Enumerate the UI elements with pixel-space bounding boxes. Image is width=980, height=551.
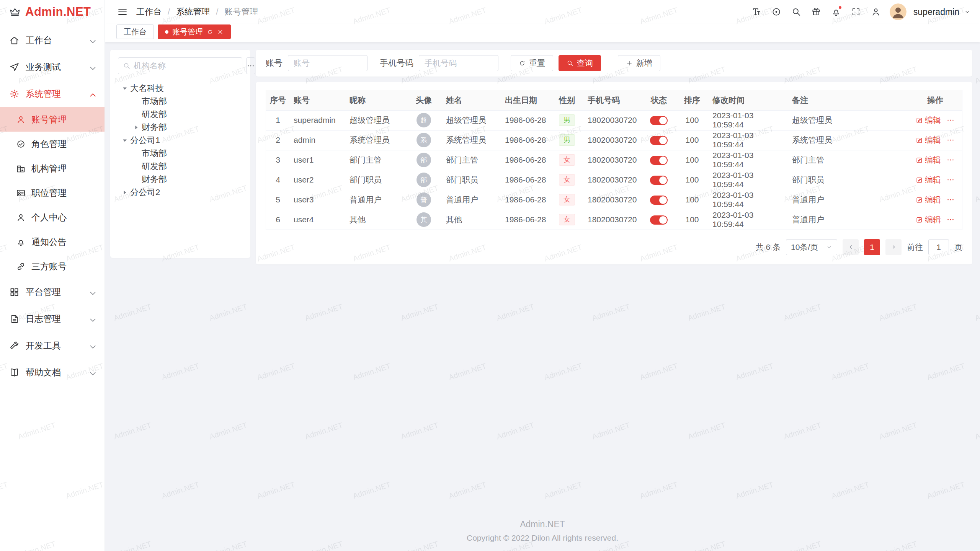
- page-button-1[interactable]: 1: [864, 239, 880, 255]
- account-filter-input[interactable]: [288, 55, 368, 71]
- chevron-down-icon[interactable]: [964, 8, 971, 15]
- query-button[interactable]: 查询: [559, 55, 601, 71]
- sidebar-item-business-test[interactable]: 业务测试: [0, 54, 105, 80]
- sidebar-item-account-mgmt[interactable]: 账号管理: [0, 107, 105, 132]
- toggle-knob: [659, 156, 667, 164]
- sidebar-item-notice[interactable]: 通知公告: [0, 230, 105, 254]
- tree-more-button[interactable]: [246, 57, 255, 74]
- caret-down-icon[interactable]: [119, 136, 130, 145]
- hamburger-button[interactable]: [114, 3, 131, 20]
- reset-label: 重置: [529, 58, 545, 68]
- profile-button[interactable]: [867, 3, 884, 20]
- phone-cell: 18020030720: [584, 110, 642, 130]
- tree-node[interactable]: 分公司1: [118, 134, 243, 147]
- person-icon: [871, 7, 881, 17]
- modified-cell: 2023-01-03 10:59:44: [709, 170, 788, 190]
- tree-node-label: 财务部: [142, 174, 167, 185]
- toggle-knob: [659, 196, 667, 204]
- sidebar-item-personal-center[interactable]: 个人中心: [0, 205, 105, 230]
- fullscreen-button[interactable]: [848, 3, 864, 20]
- birth-cell: 1986-06-28: [501, 150, 550, 170]
- font-size-button[interactable]: [748, 3, 765, 20]
- gift-button[interactable]: [808, 3, 825, 20]
- edit-icon: [916, 156, 923, 164]
- user-avatar[interactable]: [890, 3, 906, 20]
- status-toggle[interactable]: [650, 215, 668, 225]
- font-size-icon: [751, 7, 761, 17]
- column-header: 修改时间: [709, 90, 788, 110]
- username[interactable]: superadmin: [913, 7, 959, 17]
- avatar: 超: [416, 113, 431, 127]
- edit-button[interactable]: 编辑: [916, 135, 941, 145]
- refresh-icon[interactable]: [207, 29, 213, 35]
- caret-down-icon[interactable]: [119, 84, 130, 93]
- edit-button[interactable]: 编辑: [916, 155, 941, 165]
- account-filter-label: 账号: [266, 57, 283, 69]
- sidebar-subitem-label: 职位管理: [31, 187, 67, 199]
- sidebar-item-role-mgmt[interactable]: 角色管理: [0, 132, 105, 156]
- sidebar-item-org-mgmt[interactable]: 机构管理: [0, 156, 105, 181]
- goto-page-input[interactable]: [928, 239, 949, 255]
- filter-bar: 账号 手机号码 重置 查询 新增: [256, 50, 972, 77]
- sidebar-item-platform-mgmt[interactable]: 平台管理: [0, 279, 105, 305]
- row-more-button[interactable]: [946, 116, 955, 124]
- gear-icon: [9, 89, 20, 99]
- tree-node[interactable]: 研发部: [118, 160, 243, 173]
- gift-icon: [811, 7, 821, 17]
- theme-button[interactable]: [768, 3, 785, 20]
- caret-right-icon[interactable]: [119, 188, 130, 197]
- sidebar-item-log-mgmt[interactable]: 日志管理: [0, 305, 105, 332]
- status-toggle[interactable]: [650, 136, 668, 145]
- tab-label: 账号管理: [172, 27, 203, 37]
- sidebar-item-position-mgmt[interactable]: 职位管理: [0, 181, 105, 205]
- sidebar-item-dev-tools[interactable]: 开发工具: [0, 332, 105, 359]
- sidebar-item-system-mgmt[interactable]: 系统管理: [0, 80, 105, 107]
- row-more-button[interactable]: [946, 196, 955, 204]
- tree-node[interactable]: 分公司2: [118, 186, 243, 199]
- tree-node[interactable]: 市场部: [118, 147, 243, 160]
- add-button[interactable]: 新增: [618, 55, 660, 71]
- sidebar-item-help-docs[interactable]: 帮助文档: [0, 359, 105, 386]
- active-dot: [165, 30, 168, 34]
- nickname-cell: 其他: [346, 210, 405, 230]
- edit-button[interactable]: 编辑: [916, 174, 941, 185]
- edit-button[interactable]: 编辑: [916, 214, 941, 225]
- status-toggle[interactable]: [650, 176, 668, 185]
- breadcrumb-item[interactable]: 系统管理: [162, 6, 210, 18]
- column-header: 排序: [676, 90, 709, 110]
- sidebar-item-workbench[interactable]: 工作台: [0, 27, 105, 54]
- next-page-button[interactable]: [885, 239, 902, 255]
- status-toggle[interactable]: [650, 196, 668, 205]
- nickname-cell: 部门主管: [346, 150, 405, 170]
- tree-node[interactable]: 大名科技: [118, 82, 243, 95]
- sidebar-item-third-party-account[interactable]: 三方账号: [0, 254, 105, 279]
- reset-button[interactable]: 重置: [511, 55, 553, 71]
- status-toggle[interactable]: [650, 116, 668, 125]
- status-toggle[interactable]: [650, 156, 668, 165]
- gender-badge: 男: [559, 114, 575, 126]
- caret-right-icon[interactable]: [131, 123, 142, 132]
- edit-button[interactable]: 编辑: [916, 115, 941, 126]
- tree-node[interactable]: 研发部: [118, 108, 243, 121]
- notification-button[interactable]: [828, 3, 844, 20]
- search-button[interactable]: [788, 3, 805, 20]
- edit-button[interactable]: 编辑: [916, 194, 941, 205]
- org-search-input[interactable]: [134, 61, 237, 70]
- row-more-button[interactable]: [946, 176, 955, 184]
- tree-node[interactable]: 市场部: [118, 95, 243, 108]
- tab-workbench[interactable]: 工作台: [116, 24, 154, 39]
- page-size-select[interactable]: 10条/页: [786, 239, 837, 255]
- prev-page-button[interactable]: [843, 239, 859, 255]
- row-more-button[interactable]: [946, 215, 955, 224]
- row-more-button[interactable]: [946, 136, 955, 144]
- phone-filter-input[interactable]: [419, 55, 498, 71]
- chevron-down-icon: [88, 288, 98, 298]
- close-icon[interactable]: [217, 29, 224, 35]
- tab-account-mgmt[interactable]: 账号管理: [158, 24, 231, 39]
- chevron-down-icon: [826, 244, 832, 250]
- tree-node[interactable]: 财务部: [118, 121, 243, 134]
- breadcrumb-item[interactable]: 工作台: [136, 6, 162, 18]
- row-more-button[interactable]: [946, 156, 955, 164]
- tree-node[interactable]: 财务部: [118, 173, 243, 186]
- sidebar-item-label: 帮助文档: [26, 367, 88, 378]
